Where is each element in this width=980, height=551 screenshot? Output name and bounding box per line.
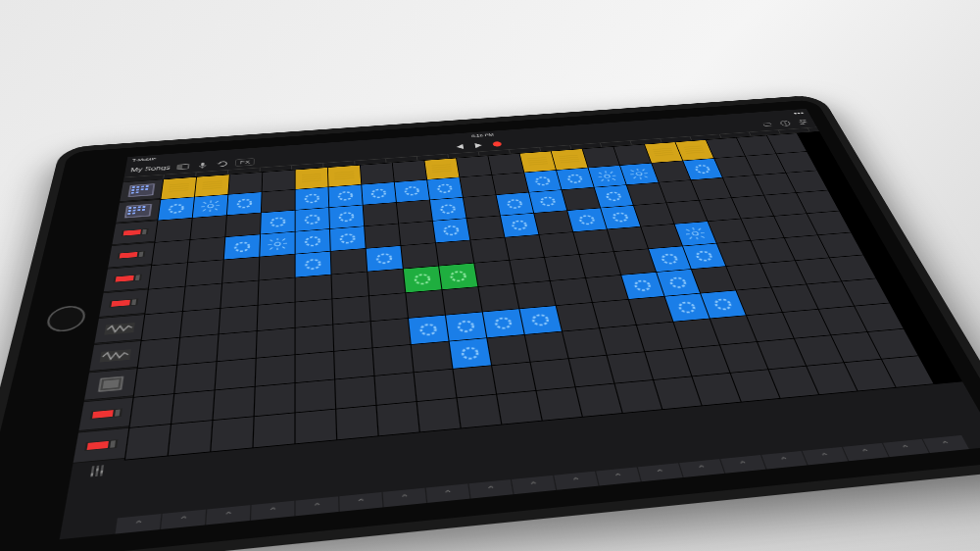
goto-start-button[interactable] [454,142,466,150]
grid-cell[interactable] [483,309,524,337]
grid-cell[interactable] [259,254,294,279]
grid-cell[interactable] [362,182,396,205]
grid-cell[interactable] [260,232,294,257]
grid-cell[interactable] [261,211,295,234]
mixer-button[interactable] [70,460,124,482]
grid-cell[interactable] [296,275,332,301]
grid-cell[interactable] [180,309,220,337]
grid-cell[interactable] [224,234,260,259]
grid-cell[interactable] [412,342,453,373]
grid-cell[interactable] [296,352,334,382]
grid-cell[interactable] [152,240,189,265]
grid-cell[interactable] [497,391,541,425]
grid-cell[interactable] [193,195,228,218]
grid-cell[interactable] [552,149,588,170]
grid-cell[interactable] [161,177,196,199]
column-chevron[interactable]: ⌃ [251,501,294,521]
grid-cell[interactable] [395,180,429,203]
grid-cell[interactable] [142,312,182,340]
grid-cell[interactable] [134,366,176,397]
grid-cell[interactable] [332,272,368,298]
track-header-drum-machine-2[interactable] [116,199,160,223]
grid-cell[interactable] [255,383,295,416]
play-button[interactable] [472,141,485,149]
grid-cell[interactable] [155,219,191,242]
track-header-keys-5[interactable] [84,368,137,400]
grid-cell[interactable] [583,147,619,168]
grid-cell[interactable] [563,328,606,358]
grid-cell[interactable] [501,214,538,237]
column-chevron[interactable]: ⌃ [296,496,339,516]
track-header-keys-7[interactable] [74,427,129,464]
grid-cell[interactable] [436,240,473,265]
grid-cell[interactable] [330,226,366,251]
mic-icon[interactable] [196,161,209,169]
grid-cell[interactable] [335,376,375,409]
column-chevron[interactable]: ⌃ [339,492,382,512]
grid-cell[interactable] [529,190,566,213]
column-chevron[interactable]: ⌃ [638,463,683,481]
grid-cell[interactable] [361,163,394,184]
grid-cell[interactable] [393,161,426,182]
column-chevron[interactable]: ⌃ [803,447,849,465]
grid-cell[interactable] [296,187,329,210]
grid-cell[interactable] [220,306,258,334]
track-header-keys-1[interactable] [112,221,157,245]
grid-cell[interactable] [464,195,500,218]
grid-cell[interactable] [145,286,184,314]
grid-cell[interactable] [497,193,534,216]
column-chevron[interactable]: ⌃ [468,479,513,498]
grid-cell[interactable] [446,312,486,340]
grid-cell[interactable] [336,406,377,440]
grid-cell[interactable] [258,302,295,330]
grid-cell[interactable] [365,224,400,248]
grid-cell[interactable] [406,290,445,318]
grid-cell[interactable] [586,276,628,302]
grid-cell[interactable] [169,421,213,455]
column-chevron[interactable]: ⌃ [720,455,765,474]
column-chevron[interactable]: ⌃ [843,443,889,461]
grid-cell[interactable] [557,303,599,331]
grid-cell[interactable] [367,246,403,272]
grid-cell[interactable] [188,237,224,262]
grid-cell[interactable] [183,283,221,311]
grid-cell[interactable] [551,278,592,305]
column-chevron[interactable]: ⌃ [883,439,929,457]
grid-cell[interactable] [371,319,411,348]
grid-cell[interactable] [397,200,432,224]
grid-cell[interactable] [492,363,535,394]
undo-icon[interactable] [216,160,228,168]
grid-cell[interactable] [519,306,561,334]
grid-cell[interactable] [506,235,544,260]
grid-cell[interactable] [369,293,408,321]
track-header-drum-machine-1[interactable] [120,179,163,202]
loop-icon[interactable] [760,121,775,128]
grid-cell[interactable] [211,417,253,451]
grid-cell[interactable] [218,331,257,361]
grid-cell[interactable] [534,211,572,234]
grid-cell[interactable] [174,362,216,393]
grid-cell[interactable] [254,413,295,447]
column-chevron[interactable]: ⌃ [596,467,641,485]
grid-cell[interactable] [214,387,255,420]
grid-cell[interactable] [539,232,578,257]
grid-cell[interactable] [593,300,636,328]
grid-cell[interactable] [450,338,491,369]
grid-cell[interactable] [470,237,509,262]
grid-cell[interactable] [454,366,496,397]
browser-icon[interactable] [177,163,191,171]
track-header-synth-1[interactable] [94,314,144,343]
grid-cell[interactable] [458,395,502,428]
grid-cell[interactable] [467,216,505,239]
grid-cell[interactable] [433,219,469,242]
grid-cell[interactable] [417,398,461,431]
grid-cell[interactable] [474,261,514,287]
column-chevron[interactable]: ⌃ [512,476,556,494]
grid-cell[interactable] [190,216,225,239]
grid-cell[interactable] [222,257,259,282]
grid-cell[interactable] [373,345,414,376]
grid-cell[interactable] [296,325,334,354]
grid-cell[interactable] [228,173,262,194]
column-chevron[interactable]: ⌃ [161,510,206,529]
grid-cell[interactable] [332,296,369,324]
